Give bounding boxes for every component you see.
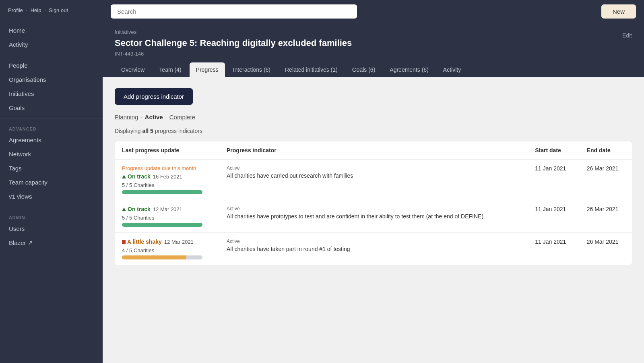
charities-count-3: 4 / 5 Charities (122, 247, 212, 253)
cell-indicator-3: Active All charities have taken part in … (219, 232, 528, 265)
profile-link[interactable]: Profile (8, 7, 23, 13)
table-row: On track12 Mar 2021 5 / 5 Charities Acti… (115, 200, 632, 232)
cell-start-date-3: 11 Jan 2021 (528, 232, 580, 265)
progress-table: Last progress update Progress indicator … (115, 141, 632, 265)
indicator-status-1: Active (227, 165, 520, 171)
progress-bar-empty-3 (186, 255, 202, 259)
on-track-icon-1 (122, 175, 126, 178)
progress-bar-container-1 (122, 190, 202, 194)
status-badge-3: A little shaky12 Mar 2021 (122, 239, 212, 245)
cell-end-date-3: 26 Mar 2021 (580, 232, 632, 265)
display-row: Displaying all 5 progress indicators (115, 128, 632, 134)
sidebar-item-users[interactable]: Users (0, 222, 103, 236)
filter-row: Planning · Active · Complete (115, 114, 632, 120)
tab-related[interactable]: Related initiatives (1) (279, 62, 344, 77)
progress-bar-fill-2 (122, 223, 202, 227)
progress-bar-container-2 (122, 223, 202, 227)
sidebar-item-blazer[interactable]: Blazer ↗ (0, 236, 103, 250)
tabs-bar: Overview Team (4) Progress Interactions … (103, 62, 644, 77)
progress-bar-fill-1 (122, 190, 202, 194)
page-header: Initiatives Sector Challenge 5: Reaching… (103, 23, 644, 62)
sidebar-item-activity[interactable]: Activity (0, 37, 103, 52)
topbar: New (103, 0, 644, 23)
sidebar-nav: Home Activity People Organisations Initi… (0, 19, 103, 254)
sidebar-item-initiatives[interactable]: Initiatives (0, 87, 103, 101)
signout-link[interactable]: Sign out (49, 7, 68, 13)
tab-overview[interactable]: Overview (115, 62, 151, 77)
status-date-3: 12 Mar 2021 (164, 239, 194, 245)
admin-section-label: ADMIN (0, 210, 103, 222)
content-area: Initiatives Sector Challenge 5: Reaching… (103, 23, 644, 363)
filter-complete[interactable]: Complete (169, 114, 195, 120)
cell-last-update-2: On track12 Mar 2021 5 / 5 Charities (115, 200, 219, 232)
sidebar-item-home[interactable]: Home (0, 23, 103, 37)
sidebar-item-network[interactable]: Network (0, 147, 103, 161)
sidebar-item-team-capacity[interactable]: Team capacity (0, 175, 103, 189)
help-link[interactable]: Help (31, 7, 41, 13)
table-row: Progress update due this month On track1… (115, 159, 632, 200)
sidebar-item-goals[interactable]: Goals (0, 101, 103, 115)
status-date-2: 12 Mar 2021 (153, 206, 182, 212)
indicator-text-1: All charities have carried out research … (227, 172, 520, 180)
sidebar-item-people[interactable]: People (0, 58, 103, 73)
cell-start-date-2: 11 Jan 2021 (528, 200, 580, 232)
col-last-update: Last progress update (115, 141, 219, 160)
shaky-icon-3 (122, 240, 126, 244)
update-due-notice-1: Progress update due this month (122, 165, 212, 171)
col-end-date: End date (580, 141, 632, 160)
sidebar-item-v1-views[interactable]: v1 views (0, 189, 103, 203)
indicator-text-2: All charities have prototypes to test an… (227, 213, 520, 221)
tab-goals[interactable]: Goals (6) (346, 62, 382, 77)
tab-interactions[interactable]: Interactions (6) (227, 62, 277, 77)
indicator-text-3: All charities have taken part in round #… (227, 245, 520, 253)
add-progress-indicator-button[interactable]: Add progress indicator (115, 88, 193, 105)
cell-indicator-2: Active All charities have prototypes to … (219, 200, 528, 232)
indicator-status-2: Active (227, 206, 520, 212)
charities-count-1: 5 / 5 Charities (122, 182, 212, 188)
search-input[interactable] (111, 4, 357, 19)
filter-planning[interactable]: Planning (115, 114, 138, 120)
breadcrumb: Initiatives (115, 29, 352, 35)
status-badge-2: On track12 Mar 2021 (122, 206, 212, 212)
sidebar-top-links: Profile · Help · Sign out (0, 0, 103, 19)
cell-last-update-3: A little shaky12 Mar 2021 4 / 5 Charitie… (115, 232, 219, 265)
charities-count-2: 5 / 5 Charities (122, 215, 212, 221)
col-indicator: Progress indicator (219, 141, 528, 160)
sidebar: Profile · Help · Sign out Home Activity … (0, 0, 103, 363)
cell-last-update-1: Progress update due this month On track1… (115, 159, 219, 200)
table-header-row: Last progress update Progress indicator … (115, 141, 632, 160)
body-content: Add progress indicator Planning · Active… (103, 77, 644, 276)
progress-bar-fill-3a (122, 255, 186, 259)
status-date-1: 16 Feb 2021 (153, 174, 182, 180)
sidebar-item-tags[interactable]: Tags (0, 161, 103, 175)
edit-link[interactable]: Edit (622, 32, 632, 39)
col-start-date: Start date (528, 141, 580, 160)
on-track-icon-2 (122, 207, 126, 211)
tab-progress[interactable]: Progress (190, 62, 225, 77)
initiative-id: INT-443-146 (115, 51, 352, 57)
new-button[interactable]: New (601, 4, 636, 19)
progress-bar-container-3 (122, 255, 202, 259)
status-text-2: On track (128, 206, 151, 212)
tab-team[interactable]: Team (4) (153, 62, 188, 77)
page-title: Sector Challenge 5: Reaching digitally e… (115, 37, 352, 49)
cell-start-date-1: 11 Jan 2021 (528, 159, 580, 200)
main-area: New Initiatives Sector Challenge 5: Reac… (103, 0, 644, 363)
advanced-section-label: ADVANCED (0, 122, 103, 133)
filter-active[interactable]: Active (145, 114, 163, 120)
status-text-1: On track (128, 173, 151, 180)
tab-agreements[interactable]: Agreements (6) (383, 62, 435, 77)
status-badge-1: On track16 Feb 2021 (122, 173, 212, 180)
status-text-3: A little shaky (127, 239, 162, 245)
table-row: A little shaky12 Mar 2021 4 / 5 Charitie… (115, 232, 632, 265)
cell-indicator-1: Active All charities have carried out re… (219, 159, 528, 200)
cell-end-date-1: 26 Mar 2021 (580, 159, 632, 200)
indicator-status-3: Active (227, 239, 520, 244)
cell-end-date-2: 26 Mar 2021 (580, 200, 632, 232)
sidebar-item-organisations[interactable]: Organisations (0, 73, 103, 87)
tab-activity[interactable]: Activity (437, 62, 467, 77)
sidebar-item-agreements[interactable]: Agreements (0, 133, 103, 147)
